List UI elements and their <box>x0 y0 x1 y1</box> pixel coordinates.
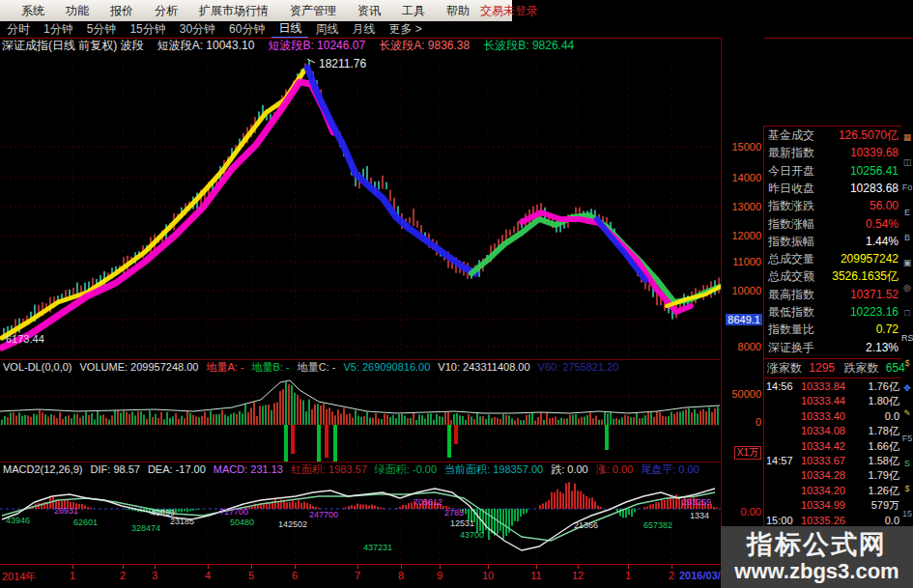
stock-header-field-0: 短波段A: 10043.10 <box>157 40 255 52</box>
period-tab-8[interactable]: 月线 <box>345 21 382 38</box>
login-status[interactable]: 交易未登录 <box>480 3 538 19</box>
menu-item-3[interactable]: 分析 <box>144 3 188 19</box>
period-tab-9[interactable]: 更多 > <box>382 21 428 38</box>
side-icon-1[interactable]: ◫ <box>901 151 913 176</box>
quote-row-6[interactable]: 指数振幅1.44% <box>764 233 901 250</box>
quote-row-10[interactable]: 最低指数10223.16 <box>764 303 901 321</box>
tick-row-1[interactable]: 10333.441.80亿 <box>764 393 901 408</box>
main-candlestick-pane[interactable]: 18211.766173.44 <box>0 53 721 359</box>
period-tab-2[interactable]: 5分钟 <box>80 21 124 38</box>
tick-amount: 1.78亿 <box>869 423 899 438</box>
menu-item-7[interactable]: 工具 <box>391 3 436 19</box>
quote-row-7[interactable]: 总成交量209957242 <box>764 250 901 267</box>
quote-row-2[interactable]: 今日开盘10256.41 <box>764 162 901 180</box>
tick-row-7[interactable]: 10334.201.26亿 <box>764 483 901 498</box>
y-axis-label: 8000 <box>738 341 761 352</box>
macd-header-span-3: MACD: 231.13 <box>214 462 283 477</box>
vol-header-span-4: 地量C: - <box>298 360 336 375</box>
menu-bar: 系统功能报价分析扩展市场行情资产管理资讯工具帮助 交易未登录 <box>0 0 512 22</box>
side-icon-11[interactable]: ✎ <box>901 402 913 427</box>
menu-item-5[interactable]: 资产管理 <box>279 3 347 19</box>
quote-row-0[interactable]: 基金成交126.5070亿 <box>764 126 901 144</box>
quote-row-9[interactable]: 最高指数10371.52 <box>764 286 901 303</box>
quote-row-3[interactable]: 昨日收盘10283.68 <box>764 180 901 197</box>
side-icon-12[interactable]: F5 <box>901 427 913 452</box>
y-axis-label: 15000 <box>731 141 761 153</box>
period-tab-7[interactable]: 周线 <box>308 21 345 38</box>
side-icon-4[interactable]: B <box>901 226 913 251</box>
menu-item-4[interactable]: 扩展市场行情 <box>188 3 279 19</box>
y-axis-marker: 8649.1 <box>726 314 762 325</box>
quote-row-1[interactable]: 最新指数10339.68 <box>764 144 901 161</box>
vol-unit-label: X1万 <box>734 446 761 460</box>
svg-text:23185: 23185 <box>170 517 194 526</box>
macd-header-span-4: 红面积: 1983.57 <box>291 462 367 477</box>
tick-row-2[interactable]: 10333.400.0 <box>764 408 901 424</box>
period-tab-1[interactable]: 1分钟 <box>37 21 80 38</box>
x-axis-tickmark <box>155 565 156 569</box>
tick-row-5[interactable]: 14:5710333.671.58亿 <box>764 453 901 468</box>
quote-row-5[interactable]: 指数涨幅0.54% <box>764 215 901 233</box>
quote-row-value: 10339.68 <box>850 144 899 161</box>
quote-row-12[interactable]: 深证换手2.13% <box>764 339 901 356</box>
quote-row-value: 10256.41 <box>850 162 899 180</box>
quote-panel: 涨家数 1295 跌家数 654 基金成交126.5070亿最新指数10339.… <box>763 126 901 588</box>
menu-item-8[interactable]: 帮助 <box>436 3 480 19</box>
svg-text:-717700: -717700 <box>216 507 248 517</box>
tick-row-8[interactable]: 10334.99579万 <box>764 497 901 513</box>
quote-row-4[interactable]: 指数涨跌56.00 <box>764 197 901 214</box>
menu-item-6[interactable]: 资讯 <box>347 3 391 19</box>
tick-row-3[interactable]: 10334.081.78亿 <box>764 423 901 438</box>
menu-item-2[interactable]: 报价 <box>100 3 144 19</box>
side-icon-8[interactable]: RS <box>901 326 913 351</box>
side-icon-strip: ▦◫FoEB▣◎□RS$✥✎F5S$1530 <box>901 126 913 570</box>
x-axis-month-tick: 9 <box>437 570 442 581</box>
quote-row-label: 今日开盘 <box>768 162 814 180</box>
period-tab-5[interactable]: 60分钟 <box>222 21 271 38</box>
stock-title: 深证成指(日线 前复权) 波段 <box>2 40 144 52</box>
period-tab-4[interactable]: 30分钟 <box>173 21 222 38</box>
x-axis-tickmark <box>671 565 672 569</box>
x-axis-tickmark <box>440 565 441 569</box>
volume-pane[interactable] <box>0 377 721 462</box>
side-icon-15[interactable]: 15 <box>901 502 913 527</box>
macd-pane[interactable]: 4394628931626013284744993923185-71770050… <box>0 477 721 564</box>
tick-time: 14:56 <box>766 378 793 394</box>
menu-item-1[interactable]: 功能 <box>55 3 100 19</box>
side-icon-10[interactable]: ✥ <box>901 377 913 402</box>
x-axis-tickmark <box>401 565 402 569</box>
tick-row-0[interactable]: 14:5610333.841.76亿 <box>764 378 901 394</box>
quote-row-8[interactable]: 总成交额3526.1635亿 <box>764 267 901 285</box>
macd-header-span-2: DEA: -17.00 <box>148 462 206 477</box>
tick-amount: 1.80亿 <box>869 393 899 408</box>
side-icon-7[interactable]: □ <box>901 301 913 326</box>
watermark-url: www.zbgs3.com <box>734 559 899 584</box>
side-icon-5[interactable]: ▣ <box>901 251 913 276</box>
trading-app-window: 系统功能报价分析扩展市场行情资产管理资讯工具帮助 交易未登录 分时1分钟5分钟1… <box>0 0 913 588</box>
svg-text:6173.44: 6173.44 <box>6 333 44 345</box>
tick-row-6[interactable]: 10334.281.79亿 <box>764 467 901 483</box>
side-icon-0[interactable]: ▦ <box>901 126 913 151</box>
tick-price: 10333.40 <box>801 408 845 424</box>
menu-item-0[interactable]: 系统 <box>11 3 55 19</box>
quote-row-value: 209957242 <box>841 250 899 267</box>
side-icon-9[interactable]: $ <box>901 351 913 377</box>
side-icon-3[interactable]: E <box>901 201 913 226</box>
vol-axis-label: 50000 <box>731 388 761 400</box>
side-icon-2[interactable]: Fo <box>901 176 913 201</box>
stock-header-field-2: 长波段A: 9836.38 <box>379 40 470 52</box>
period-tab-6[interactable]: 日线 <box>271 20 308 39</box>
side-icon-14[interactable]: $ <box>901 477 913 502</box>
tick-price: 10333.84 <box>801 378 845 394</box>
tick-row-4[interactable]: 10334.421.66亿 <box>764 438 901 454</box>
side-icon-13[interactable]: S <box>901 452 913 477</box>
x-axis-tickmark <box>251 565 252 569</box>
period-tab-0[interactable]: 分时 <box>0 21 37 38</box>
x-axis-tickmark <box>123 565 124 569</box>
period-tab-3[interactable]: 15分钟 <box>123 21 172 38</box>
y-axis-label: 10000 <box>731 285 761 296</box>
up-count-label: 涨家数 <box>767 361 802 375</box>
side-icon-6[interactable]: ◎ <box>901 276 913 301</box>
x-axis-month-tick: 4 <box>205 570 211 581</box>
quote-row-11[interactable]: 指数量比0.72 <box>764 321 901 338</box>
